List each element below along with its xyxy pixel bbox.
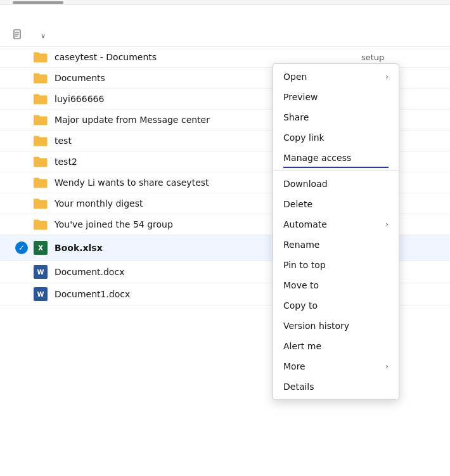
folder-icon — [33, 218, 48, 231]
file-name: caseytest - Documents — [55, 52, 361, 62]
menu-label-manage-access: Manage access — [283, 153, 351, 163]
file-type-icon: W — [30, 265, 51, 279]
submenu-chevron-icon: › — [385, 362, 389, 371]
folder-icon — [33, 93, 48, 105]
file-type-icon — [30, 176, 51, 189]
file-type-icon — [30, 72, 51, 84]
menu-label-copy-to: Copy to — [283, 300, 318, 311]
file-type-icon — [30, 93, 51, 105]
folder-icon — [33, 134, 48, 147]
context-menu: Open›PreviewShareCopy linkManage accessD… — [273, 63, 399, 400]
excel-icon: X — [34, 241, 48, 255]
sort-arrow-icon: ∨ — [41, 32, 46, 40]
file-type-icon — [30, 51, 51, 63]
folder-icon — [33, 155, 48, 168]
menu-item-pin-to-top[interactable]: Pin to top — [273, 255, 399, 275]
menu-label-copy-link: Copy link — [283, 132, 325, 143]
folder-icon — [33, 197, 48, 210]
menu-item-share[interactable]: Share — [273, 107, 399, 127]
header-icon-col — [13, 29, 38, 42]
file-type-icon — [30, 218, 51, 231]
page-title — [0, 5, 450, 25]
menu-label-automate: Automate — [283, 219, 327, 229]
folder-icon — [33, 51, 48, 63]
menu-label-preview: Preview — [283, 92, 318, 102]
submenu-chevron-icon: › — [385, 72, 389, 81]
file-type-icon — [30, 134, 51, 147]
context-menu-overlay: Open›PreviewShareCopy linkManage accessD… — [273, 63, 399, 400]
menu-label-delete: Delete — [283, 199, 312, 209]
header-name-col[interactable]: ∨ — [38, 32, 361, 40]
menu-label-rename: Rename — [283, 240, 319, 250]
menu-label-more: More — [283, 361, 305, 371]
menu-item-version-history[interactable]: Version history — [273, 316, 399, 336]
menu-label-share: Share — [283, 112, 309, 122]
menu-label-version-history: Version history — [283, 321, 349, 331]
check-circle-icon: ✓ — [15, 241, 28, 254]
menu-item-delete[interactable]: Delete — [273, 194, 399, 214]
menu-item-rename[interactable]: Rename — [273, 235, 399, 255]
word-icon: W — [34, 265, 48, 279]
menu-label-download: Download — [283, 179, 328, 189]
top-bar — [0, 0, 450, 5]
folder-icon — [33, 113, 48, 126]
scroll-indicator — [13, 1, 63, 4]
folder-icon — [33, 72, 48, 84]
menu-item-automate[interactable]: Automate› — [273, 214, 399, 235]
menu-label-pin-to-top: Pin to top — [283, 260, 326, 270]
file-type-icon — [30, 155, 51, 168]
file-modified: setup — [361, 53, 437, 62]
submenu-chevron-icon: › — [385, 220, 389, 229]
menu-item-copy-to[interactable]: Copy to — [273, 295, 399, 316]
file-type-icon: W — [30, 287, 51, 301]
row-check: ✓ — [13, 241, 30, 254]
file-header-icon — [13, 29, 23, 41]
menu-label-details: Details — [283, 382, 314, 392]
folder-icon — [33, 176, 48, 189]
menu-divider — [273, 170, 399, 171]
file-type-icon: X — [30, 241, 51, 255]
menu-item-move-to[interactable]: Move to — [273, 275, 399, 295]
menu-item-copy-link[interactable]: Copy link — [273, 127, 399, 148]
file-type-icon — [30, 197, 51, 210]
file-list-header: ∨ — [0, 25, 450, 47]
file-type-icon — [30, 113, 51, 126]
menu-item-details[interactable]: Details — [273, 376, 399, 397]
menu-item-download[interactable]: Download — [273, 174, 399, 194]
menu-item-alert-me[interactable]: Alert me — [273, 336, 399, 356]
word-icon: W — [34, 287, 48, 301]
menu-label-open: Open — [283, 72, 307, 82]
menu-item-open[interactable]: Open› — [273, 67, 399, 87]
menu-item-preview[interactable]: Preview — [273, 87, 399, 107]
menu-label-move-to: Move to — [283, 280, 319, 290]
menu-item-more[interactable]: More› — [273, 356, 399, 376]
menu-label-alert-me: Alert me — [283, 341, 321, 351]
menu-item-manage-access[interactable]: Manage access — [273, 148, 399, 168]
